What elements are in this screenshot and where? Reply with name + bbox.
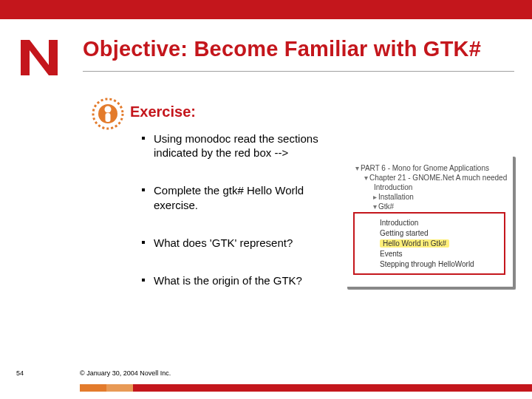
exercise-icon <box>92 98 124 130</box>
thumb-install: Installation <box>378 193 414 201</box>
list-item: What does 'GTK' represent? <box>142 236 334 250</box>
footer-accent-stripe <box>80 384 532 392</box>
screenshot-thumbnail: ▾PART 6 - Mono for Gnome Applications ▾C… <box>347 157 516 290</box>
thumb-r1: Introduction <box>380 219 418 227</box>
exercise-label: Exercise: <box>130 103 196 120</box>
thumb-r2: Getting started <box>380 229 429 237</box>
svg-rect-3 <box>106 113 111 122</box>
thumb-r3-highlighted: Hello World in Gtk# <box>380 239 449 248</box>
page-number: 54 <box>16 369 24 377</box>
thumb-chapter: Chapter 21 - GNOME.Net A much needed <box>369 174 507 182</box>
list-item: Complete the gtk# Hello World exercise. <box>142 183 334 211</box>
copyright: © January 30, 2004 Novell Inc. <box>80 369 171 377</box>
svg-point-2 <box>105 106 112 113</box>
slide-title: Objective: Become Familiar with GTK# <box>83 37 517 61</box>
bullet-list: Using monodoc read the sections indicate… <box>142 132 334 311</box>
red-box-highlight: Introduction Getting started Hello World… <box>353 212 505 275</box>
thumb-r4: Events <box>380 250 403 258</box>
list-item: What is the origin of the GTK? <box>142 273 334 287</box>
slide: Objective: Become Familiar with GTK# Exe… <box>0 0 532 399</box>
n-logo-icon <box>19 37 59 77</box>
thumb-intro: Introduction <box>374 183 412 191</box>
list-item: Using monodoc read the sections indicate… <box>142 132 334 160</box>
title-underline <box>83 71 514 72</box>
novell-logo <box>19 37 59 77</box>
top-accent-bar <box>0 0 532 19</box>
thumb-r5: Stepping through HelloWorld <box>380 260 474 268</box>
thumb-part: PART 6 - Mono for Gnome Applications <box>361 164 489 172</box>
thumb-gtk: Gtk# <box>378 202 394 211</box>
